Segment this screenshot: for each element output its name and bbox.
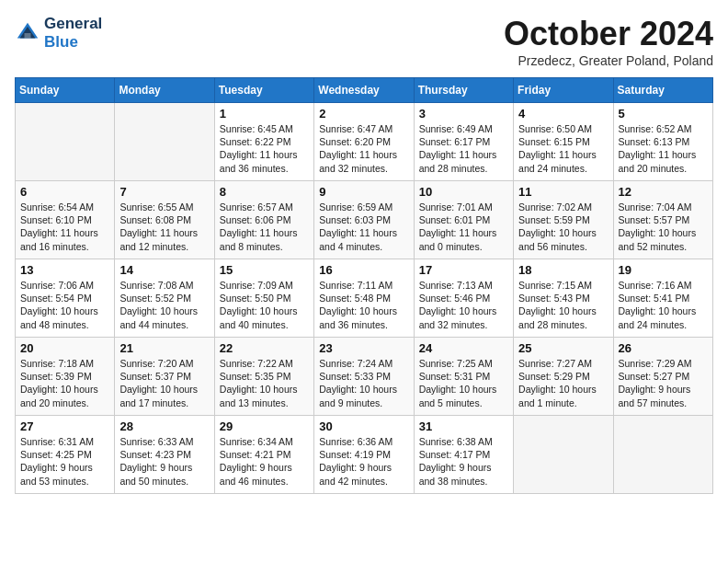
day-info: Sunrise: 6:31 AM Sunset: 4:25 PM Dayligh… (20, 435, 109, 488)
day-info: Sunrise: 6:50 AM Sunset: 6:15 PM Dayligh… (518, 122, 608, 175)
logo: General Blue (15, 15, 102, 52)
day-info: Sunrise: 7:20 AM Sunset: 5:37 PM Dayligh… (119, 357, 209, 409)
logo-icon (15, 20, 40, 46)
day-info: Sunrise: 7:29 AM Sunset: 5:27 PM Dayligh… (619, 357, 708, 409)
day-header-thursday: Thursday (414, 78, 513, 103)
calendar-cell: 26Sunrise: 7:29 AM Sunset: 5:27 PM Dayli… (613, 338, 712, 416)
calendar-cell: 4Sunrise: 6:50 AM Sunset: 6:15 PM Daylig… (514, 103, 613, 181)
day-number: 26 (619, 341, 708, 355)
calendar-cell: 10Sunrise: 7:01 AM Sunset: 6:01 PM Dayli… (414, 181, 513, 259)
day-number: 2 (319, 107, 408, 121)
day-number: 18 (518, 263, 608, 277)
calendar-cell (514, 416, 613, 494)
day-number: 11 (518, 185, 608, 199)
day-number: 28 (119, 419, 209, 433)
day-number: 6 (20, 185, 109, 199)
day-info: Sunrise: 7:18 AM Sunset: 5:39 PM Dayligh… (20, 357, 109, 409)
day-number: 17 (419, 263, 508, 277)
day-info: Sunrise: 6:34 AM Sunset: 4:21 PM Dayligh… (220, 435, 309, 488)
calendar-cell: 13Sunrise: 7:06 AM Sunset: 5:54 PM Dayli… (16, 259, 115, 338)
day-number: 4 (518, 107, 608, 121)
day-number: 31 (419, 419, 508, 433)
day-number: 15 (220, 263, 309, 277)
calendar-table: SundayMondayTuesdayWednesdayThursdayFrid… (15, 77, 713, 494)
calendar-cell (613, 416, 712, 494)
calendar-cell: 17Sunrise: 7:13 AM Sunset: 5:46 PM Dayli… (414, 259, 513, 338)
day-number: 3 (419, 107, 508, 121)
day-info: Sunrise: 6:36 AM Sunset: 4:19 PM Dayligh… (319, 435, 408, 488)
day-number: 30 (319, 419, 408, 433)
day-info: Sunrise: 7:06 AM Sunset: 5:54 PM Dayligh… (20, 279, 109, 331)
day-info: Sunrise: 7:16 AM Sunset: 5:41 PM Dayligh… (619, 279, 708, 331)
calendar-week-row: 20Sunrise: 7:18 AM Sunset: 5:39 PM Dayli… (16, 338, 713, 416)
calendar-cell (115, 103, 214, 181)
day-info: Sunrise: 7:13 AM Sunset: 5:46 PM Dayligh… (419, 279, 508, 331)
calendar-cell: 12Sunrise: 7:04 AM Sunset: 5:57 PM Dayli… (613, 181, 712, 259)
day-header-tuesday: Tuesday (214, 78, 313, 103)
day-info: Sunrise: 6:45 AM Sunset: 6:22 PM Dayligh… (220, 122, 309, 175)
day-header-monday: Monday (115, 78, 214, 103)
day-info: Sunrise: 7:15 AM Sunset: 5:43 PM Dayligh… (518, 279, 608, 331)
day-number: 22 (220, 341, 309, 355)
day-info: Sunrise: 7:01 AM Sunset: 6:01 PM Dayligh… (419, 201, 508, 253)
calendar-cell: 16Sunrise: 7:11 AM Sunset: 5:48 PM Dayli… (314, 259, 414, 338)
day-info: Sunrise: 7:02 AM Sunset: 5:59 PM Dayligh… (518, 201, 608, 253)
day-info: Sunrise: 7:22 AM Sunset: 5:35 PM Dayligh… (220, 357, 309, 409)
calendar-cell: 1Sunrise: 6:45 AM Sunset: 6:22 PM Daylig… (214, 103, 313, 181)
calendar-cell: 18Sunrise: 7:15 AM Sunset: 5:43 PM Dayli… (514, 259, 613, 338)
calendar-cell: 28Sunrise: 6:33 AM Sunset: 4:23 PM Dayli… (115, 416, 214, 494)
calendar-cell: 30Sunrise: 6:36 AM Sunset: 4:19 PM Dayli… (314, 416, 414, 494)
day-number: 12 (619, 185, 708, 199)
calendar-cell: 27Sunrise: 6:31 AM Sunset: 4:25 PM Dayli… (16, 416, 115, 494)
calendar-cell: 14Sunrise: 7:08 AM Sunset: 5:52 PM Dayli… (115, 259, 214, 338)
calendar-cell: 24Sunrise: 7:25 AM Sunset: 5:31 PM Dayli… (414, 338, 513, 416)
day-number: 27 (20, 419, 109, 433)
day-info: Sunrise: 6:59 AM Sunset: 6:03 PM Dayligh… (319, 201, 408, 253)
day-number: 14 (119, 263, 209, 277)
calendar-week-row: 13Sunrise: 7:06 AM Sunset: 5:54 PM Dayli… (16, 259, 713, 338)
location-subtitle: Przedecz, Greater Poland, Poland (504, 53, 713, 68)
day-header-saturday: Saturday (613, 78, 712, 103)
day-info: Sunrise: 7:25 AM Sunset: 5:31 PM Dayligh… (419, 357, 508, 409)
calendar-cell: 7Sunrise: 6:55 AM Sunset: 6:08 PM Daylig… (115, 181, 214, 259)
calendar-cell: 3Sunrise: 6:49 AM Sunset: 6:17 PM Daylig… (414, 103, 513, 181)
day-number: 29 (220, 419, 309, 433)
day-number: 10 (419, 185, 508, 199)
day-info: Sunrise: 6:57 AM Sunset: 6:06 PM Dayligh… (220, 201, 309, 253)
day-number: 23 (319, 341, 408, 355)
day-number: 9 (319, 185, 408, 199)
calendar-cell: 15Sunrise: 7:09 AM Sunset: 5:50 PM Dayli… (214, 259, 313, 338)
calendar-cell: 5Sunrise: 6:52 AM Sunset: 6:13 PM Daylig… (613, 103, 712, 181)
day-number: 1 (220, 107, 309, 121)
day-info: Sunrise: 7:24 AM Sunset: 5:33 PM Dayligh… (319, 357, 408, 409)
calendar-cell: 21Sunrise: 7:20 AM Sunset: 5:37 PM Dayli… (115, 338, 214, 416)
calendar-cell: 6Sunrise: 6:54 AM Sunset: 6:10 PM Daylig… (16, 181, 115, 259)
calendar-cell: 29Sunrise: 6:34 AM Sunset: 4:21 PM Dayli… (214, 416, 313, 494)
logo-text: General Blue (44, 15, 102, 52)
calendar-cell: 20Sunrise: 7:18 AM Sunset: 5:39 PM Dayli… (16, 338, 115, 416)
header: General Blue October 2024 Przedecz, Grea… (15, 15, 713, 68)
calendar-cell (16, 103, 115, 181)
calendar-cell: 25Sunrise: 7:27 AM Sunset: 5:29 PM Dayli… (514, 338, 613, 416)
calendar-header-row: SundayMondayTuesdayWednesdayThursdayFrid… (16, 78, 713, 103)
day-number: 13 (20, 263, 109, 277)
title-block: October 2024 Przedecz, Greater Poland, P… (504, 15, 713, 68)
day-info: Sunrise: 6:52 AM Sunset: 6:13 PM Dayligh… (619, 122, 708, 175)
day-info: Sunrise: 6:55 AM Sunset: 6:08 PM Dayligh… (119, 201, 209, 253)
calendar-cell: 2Sunrise: 6:47 AM Sunset: 6:20 PM Daylig… (314, 103, 414, 181)
calendar-cell: 31Sunrise: 6:38 AM Sunset: 4:17 PM Dayli… (414, 416, 513, 494)
day-info: Sunrise: 6:49 AM Sunset: 6:17 PM Dayligh… (419, 122, 508, 175)
calendar-cell: 11Sunrise: 7:02 AM Sunset: 5:59 PM Dayli… (514, 181, 613, 259)
day-info: Sunrise: 7:11 AM Sunset: 5:48 PM Dayligh… (319, 279, 408, 331)
calendar-week-row: 6Sunrise: 6:54 AM Sunset: 6:10 PM Daylig… (16, 181, 713, 259)
day-header-sunday: Sunday (16, 78, 115, 103)
day-info: Sunrise: 7:04 AM Sunset: 5:57 PM Dayligh… (619, 201, 708, 253)
day-info: Sunrise: 6:47 AM Sunset: 6:20 PM Dayligh… (319, 122, 408, 175)
calendar-week-row: 27Sunrise: 6:31 AM Sunset: 4:25 PM Dayli… (16, 416, 713, 494)
calendar-cell: 9Sunrise: 6:59 AM Sunset: 6:03 PM Daylig… (314, 181, 414, 259)
calendar-cell: 8Sunrise: 6:57 AM Sunset: 6:06 PM Daylig… (214, 181, 313, 259)
day-number: 25 (518, 341, 608, 355)
day-info: Sunrise: 6:33 AM Sunset: 4:23 PM Dayligh… (119, 435, 209, 488)
day-header-friday: Friday (514, 78, 613, 103)
day-info: Sunrise: 6:54 AM Sunset: 6:10 PM Dayligh… (20, 201, 109, 253)
